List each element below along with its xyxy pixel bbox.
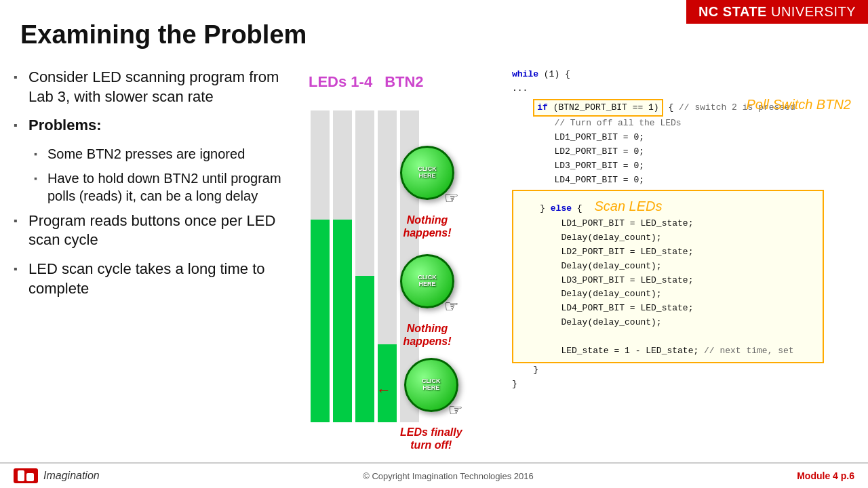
page-title: Examining the Problem (20, 20, 307, 49)
svg-rect-1 (26, 473, 34, 481)
click-btn-3[interactable]: CLICKHERE ☞ LEDs finallyturn off! (400, 358, 462, 451)
click-btn-1[interactable]: CLICKHERE ☞ Nothinghappens! (400, 146, 454, 239)
diagram-labels: LEDs 1-4 BTN2 (309, 73, 424, 91)
bullet-4: ▪ LED scan cycle takes a long time to co… (14, 260, 305, 298)
code-delay2: Delay(delay_count); (519, 260, 817, 274)
code-delay3: Delay(delay_count); (519, 287, 817, 302)
sub-bullet-1: ▪ Some BTN2 presses are ignored (34, 145, 305, 163)
code-close2: } (512, 378, 858, 392)
bar-3 (355, 110, 374, 422)
bullet-3: ▪ Program reads buttons once per LED sca… (14, 211, 305, 250)
code-panel: Poll Switch BTN2 while (1) { ... if (BTN… (512, 68, 858, 392)
footer-copyright: © Copyright Imagination Technologies 201… (100, 471, 797, 481)
arrow-icon: ← (376, 382, 391, 399)
poll-label: Poll Switch BTN2 (747, 94, 852, 115)
code-ld3-0: LD3_PORT_BIT = 0; (512, 159, 858, 174)
ncstate-text: NC STATE (698, 4, 767, 19)
leds-label: LEDs 1-4 (309, 73, 372, 91)
code-ld1-0: LD1_PORT_BIT = 0; (512, 131, 858, 145)
code-blank (519, 330, 817, 344)
bar-4 (378, 110, 397, 422)
footer-logo: Imagination (14, 468, 100, 483)
imagination-logo-icon (18, 470, 34, 481)
left-panel: ▪ Consider LED scanning program from Lab… (14, 68, 305, 308)
click-btn-2[interactable]: CLICKHERE ☞ Nothinghappens! (400, 254, 454, 348)
code-comment1: // Turn off all the LEDs (512, 117, 858, 131)
ncstate-header: NC STATE UNIVERSITY (686, 0, 868, 24)
code-ld3-s: LD3_PORT_BIT = LED_state; (519, 274, 817, 288)
code-ld4-0: LD4_PORT_BIT = 0; (512, 174, 858, 188)
code-ld4-s: LD4_PORT_BIT = LED_state; (519, 302, 817, 316)
code-ld1-s: LD1_PORT_BIT = LED_state; (519, 217, 817, 231)
code-line-while: while (1) { (512, 68, 858, 82)
code-else: } else { Scan LEDs (519, 195, 817, 217)
logo-box (14, 468, 38, 483)
problems-header: ▪ Problems: (14, 116, 305, 136)
footer: Imagination © Copyright Imagination Tech… (0, 462, 868, 488)
svg-rect-0 (18, 470, 24, 481)
footer-module: Module 4 p.6 (797, 470, 854, 481)
btn-label: BTN2 (384, 73, 423, 91)
code-ld2-0: LD2_PORT_BIT = 0; (512, 145, 858, 159)
bullet-1: ▪ Consider LED scanning program from Lab… (14, 68, 305, 106)
else-block: } else { Scan LEDs LD1_PORT_BIT = LED_st… (512, 190, 824, 363)
bar-1 (311, 110, 330, 422)
code-delay4: Delay(delay_count); (519, 316, 817, 330)
bar-2 (333, 110, 352, 422)
code-close1: } (512, 363, 858, 378)
code-ld2-s: LD2_PORT_BIT = LED_state; (519, 245, 817, 260)
code-led-state: LED_state = 1 - LED_state; // next time,… (519, 344, 817, 359)
brand-name: Imagination (43, 470, 100, 482)
code-delay1: Delay(delay_count); (519, 231, 817, 245)
sub-bullet-2: ▪ Have to hold down BTN2 until program p… (34, 169, 305, 205)
